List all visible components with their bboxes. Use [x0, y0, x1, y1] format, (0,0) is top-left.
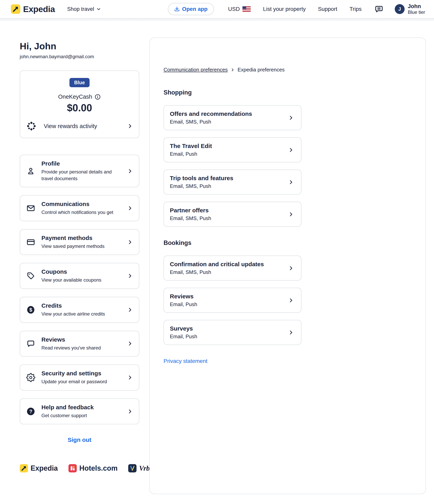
onekeycash-label: OneKeyCash: [58, 94, 92, 100]
expedia-wordmark: Expedia: [23, 4, 55, 14]
nav-list-your-property[interactable]: List your property: [263, 6, 306, 12]
chevron-right-icon: [127, 239, 133, 245]
rewards-card: Blue OneKeyCash $0.00 View: [20, 71, 139, 138]
chevron-down-icon: [96, 7, 101, 12]
chevron-right-icon: [127, 341, 133, 347]
chevron-right-icon: [288, 297, 294, 303]
user-tier: Blue tier: [408, 9, 425, 15]
chevron-right-icon: [127, 205, 133, 211]
chevron-right-icon: [288, 179, 294, 185]
chevron-right-icon: [127, 375, 133, 380]
pref-card-surveys[interactable]: Surveys Email, Push: [164, 320, 301, 345]
account-menu[interactable]: J John Blue tier: [395, 3, 425, 15]
us-flag-icon: [242, 6, 251, 12]
breadcrumb-expedia-preferences: Expedia preferences: [238, 67, 284, 73]
sidebar-item-profile[interactable]: Profile Provide your personal details an…: [20, 155, 139, 187]
nav-support[interactable]: Support: [318, 6, 337, 12]
svg-text:$: $: [29, 307, 32, 313]
top-nav: Expedia Shop travel Open app USD List yo…: [0, 0, 434, 18]
expedia-logo[interactable]: Expedia: [11, 4, 55, 14]
preferences-panel: Communication preferences Expedia prefer…: [149, 37, 426, 494]
pref-card-confirmation-updates[interactable]: Confirmation and critical updates Email,…: [164, 256, 301, 281]
sign-out-link[interactable]: Sign out: [20, 437, 139, 443]
chevron-right-icon: [288, 330, 294, 335]
section-heading-shopping: Shopping: [164, 89, 412, 96]
greeting: Hi, John: [20, 41, 139, 52]
vrbo-brand-icon: [128, 464, 136, 472]
chevron-right-icon: [288, 115, 294, 121]
expedia-logo-icon: [11, 4, 20, 14]
sidebar-item-payment-methods[interactable]: Payment methods View saved payment metho…: [20, 229, 139, 255]
avatar: J: [395, 4, 405, 14]
pref-card-offers-and-recommendations[interactable]: Offers and recommendations Email, SMS, P…: [164, 105, 301, 130]
section-heading-bookings: Bookings: [164, 239, 412, 246]
sidebar-item-reviews[interactable]: Reviews Read reviews you've shared: [20, 331, 139, 357]
view-rewards-activity-label: View rewards activity: [44, 123, 97, 129]
dollar-circle-icon: $: [26, 305, 35, 314]
expedia-brand-logo: Expedia: [20, 464, 58, 472]
credit-card-icon: [26, 238, 35, 247]
tier-badge: Blue: [70, 78, 89, 87]
chevron-right-icon: [127, 168, 133, 174]
account-email: john.newman.baymard@gmail.com: [20, 54, 139, 59]
envelope-icon: [26, 204, 35, 213]
pref-card-trip-tools[interactable]: Trip tools and features Email, SMS, Push: [164, 170, 301, 195]
download-icon: [174, 6, 180, 12]
expedia-brand-icon: [20, 464, 28, 472]
pref-card-travel-edit[interactable]: The Travel Edit Email, Push: [164, 137, 301, 162]
pref-card-reviews[interactable]: Reviews Email, Push: [164, 288, 301, 313]
breadcrumb: Communication preferences Expedia prefer…: [164, 67, 412, 73]
chevron-right-icon: [288, 211, 294, 217]
messages-icon[interactable]: [375, 5, 383, 13]
shop-travel-dropdown[interactable]: Shop travel: [67, 6, 101, 12]
sidebar-item-coupons[interactable]: Coupons View your available coupons: [20, 263, 139, 289]
user-name: John: [408, 3, 425, 9]
pref-card-partner-offers[interactable]: Partner offers Email, SMS, Push: [164, 202, 301, 227]
sidebar-item-credits[interactable]: $ Credits View your active airline credi…: [20, 297, 139, 323]
view-rewards-activity[interactable]: View rewards activity: [26, 121, 133, 131]
sidebar-item-help-feedback[interactable]: ? Help and feedback Get customer support: [20, 398, 139, 424]
breadcrumb-chevron-icon: [230, 68, 235, 72]
sidebar-item-security-settings[interactable]: Security and settings Update your email …: [20, 364, 139, 391]
info-icon[interactable]: [95, 94, 101, 100]
hotels-com-brand-logo: Hotels.com: [69, 464, 118, 472]
onekey-logo-icon: [26, 121, 37, 131]
breadcrumb-communication-preferences[interactable]: Communication preferences: [164, 67, 228, 73]
sidebar-item-communications[interactable]: Communications Control which notificatio…: [20, 195, 139, 221]
chevron-right-icon: [127, 307, 133, 313]
currency-selector[interactable]: USD: [228, 6, 251, 12]
svg-text:?: ?: [29, 408, 32, 414]
privacy-statement-link[interactable]: Privacy statement: [164, 358, 208, 364]
tag-icon: [26, 271, 35, 280]
speech-bubble-icon: [26, 339, 35, 348]
person-icon: [26, 167, 35, 176]
chevron-right-icon: [127, 123, 133, 129]
account-sidebar: Hi, John john.newman.baymard@gmail.com B…: [20, 41, 139, 472]
question-circle-icon: ?: [26, 407, 35, 416]
gear-icon: [26, 373, 35, 382]
header-divider: [0, 18, 434, 22]
chevron-right-icon: [288, 147, 294, 153]
chevron-right-icon: [127, 408, 133, 414]
hotels-com-brand-icon: [69, 464, 77, 472]
brand-logos: Expedia Hotels.com Vrbo: [20, 464, 139, 472]
open-app-button[interactable]: Open app: [168, 3, 214, 15]
chevron-right-icon: [127, 273, 133, 279]
nav-trips[interactable]: Trips: [350, 6, 362, 12]
onekeycash-balance: $0.00: [67, 102, 92, 114]
chevron-right-icon: [288, 265, 294, 271]
